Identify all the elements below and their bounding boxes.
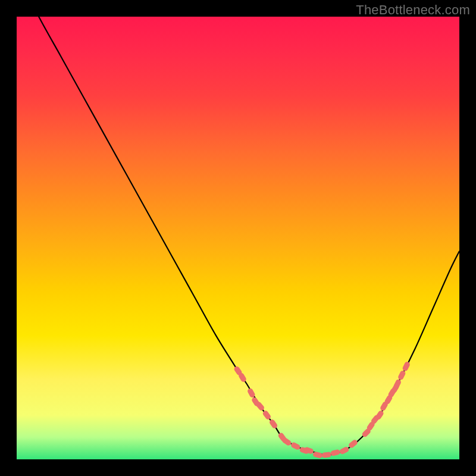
plot-area [17,17,459,459]
curve-marker [321,452,331,458]
curve-marker [339,446,349,455]
chart-frame: TheBottleneck.com [0,0,476,476]
curve-marker [402,361,411,372]
curve-marker [330,449,341,457]
marker-group [233,361,411,459]
watermark-text: TheBottleneck.com [356,2,470,18]
curve-marker [397,369,406,380]
chart-svg [17,17,459,459]
curve-marker [290,441,301,450]
